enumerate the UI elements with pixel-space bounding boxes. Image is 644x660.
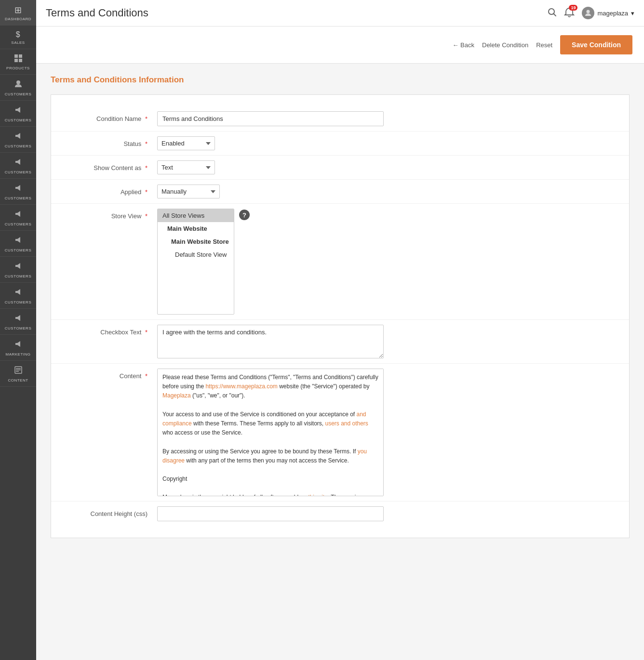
- section-title-text: Terms and Conditions: [51, 75, 139, 84]
- status-select[interactable]: Enabled Disabled: [157, 136, 215, 150]
- section-title: Terms and Conditions Information: [51, 75, 630, 85]
- sidebar-item-label: PRODUCTS: [6, 66, 30, 70]
- content-height-control: [157, 506, 619, 521]
- svg-point-4: [16, 80, 20, 84]
- store-view-label: Store View *: [61, 209, 157, 220]
- topbar: Terms and Conditions 19: [36, 0, 644, 26]
- checkbox-text-label: Checkbox Text *: [61, 325, 157, 336]
- show-content-select[interactable]: Text HTML: [157, 160, 215, 174]
- reset-button[interactable]: Reset: [536, 41, 552, 49]
- show-content-control: Text HTML: [157, 160, 619, 174]
- applied-select[interactable]: Manually Automatically: [157, 185, 220, 198]
- sidebar-item-customers-8[interactable]: CUSTOMERS: [0, 257, 36, 283]
- store-view-main-website-store[interactable]: Main Website Store: [158, 235, 234, 248]
- search-icon[interactable]: [547, 7, 557, 19]
- svg-rect-1: [19, 54, 22, 58]
- applied-control: Manually Automatically: [157, 185, 619, 198]
- status-label: Status *: [61, 136, 157, 147]
- page-content: Terms and Conditions Information Conditi…: [36, 64, 644, 660]
- sidebar-item-label: CUSTOMERS: [5, 170, 31, 174]
- content-label: Content *: [61, 369, 157, 380]
- sidebar-item-customers-10[interactable]: CUSTOMERS: [0, 309, 36, 335]
- sidebar-item-customers-3[interactable]: CUSTOMERS: [0, 127, 36, 153]
- status-row: Status * Enabled Disabled: [51, 132, 629, 156]
- sidebar-item-label: CUSTOMERS: [5, 248, 31, 252]
- required-star: *: [145, 115, 148, 122]
- show-content-label: Show Content as *: [61, 160, 157, 172]
- svg-rect-3: [19, 59, 22, 62]
- sidebar-item-sales[interactable]: $ SALES: [0, 26, 36, 49]
- store-view-list[interactable]: All Store Views Main Website Main Websit…: [157, 209, 234, 315]
- sidebar-item-customers-4[interactable]: CUSTOMERS: [0, 153, 36, 179]
- sidebar-item-marketing[interactable]: MARKETING: [0, 335, 36, 361]
- avatar: [582, 7, 594, 19]
- sidebar-item-customers-5[interactable]: CUSTOMERS: [0, 179, 36, 205]
- sidebar-item-label: MARKETING: [5, 352, 30, 356]
- store-view-help-icon[interactable]: ?: [239, 210, 250, 220]
- user-menu[interactable]: mageplaza ▾: [582, 7, 634, 19]
- checkbox-text-input[interactable]: I agree with the terms and conditions.: [157, 325, 384, 358]
- megaphone-icon-8: [14, 288, 23, 299]
- form-section: Condition Name * Status * Enabled Disabl…: [51, 94, 630, 538]
- sidebar-item-label: CONTENT: [8, 378, 28, 383]
- required-star: *: [145, 140, 148, 147]
- notification-bell[interactable]: 19: [564, 7, 575, 19]
- megaphone-icon-3: [14, 158, 23, 169]
- megaphone-icon-6: [14, 236, 23, 247]
- sidebar-item-customers-2[interactable]: CUSTOMERS: [0, 101, 36, 127]
- delete-condition-button[interactable]: Delete Condition: [482, 41, 528, 49]
- sidebar-item-label: CUSTOMERS: [5, 118, 31, 122]
- store-view-main-website[interactable]: Main Website: [158, 222, 234, 235]
- content-height-input[interactable]: [157, 506, 384, 521]
- required-star: *: [145, 329, 148, 336]
- back-button[interactable]: ← Back: [452, 41, 474, 49]
- checkbox-text-control: I agree with the terms and conditions.: [157, 325, 619, 358]
- save-condition-button[interactable]: Save Condition: [560, 35, 632, 54]
- required-star: *: [145, 188, 148, 196]
- sidebar-item-customers-9[interactable]: CUSTOMERS: [0, 283, 36, 309]
- svg-line-20: [554, 13, 556, 16]
- sidebar-item-label: CUSTOMERS: [5, 274, 31, 278]
- dashboard-icon: ⊞: [14, 5, 22, 15]
- applied-label: Applied *: [61, 185, 157, 196]
- username-label: mageplaza: [597, 10, 628, 17]
- content-height-row: Content Height (css): [51, 502, 629, 526]
- svg-marker-14: [15, 341, 20, 347]
- megaphone-icon-2: [14, 132, 23, 143]
- svg-rect-16: [16, 368, 21, 369]
- sidebar-item-label: CUSTOMERS: [5, 196, 31, 200]
- sidebar-item-dashboard[interactable]: ⊞ DASHBOARD: [0, 0, 36, 26]
- svg-marker-10: [15, 237, 20, 243]
- sidebar-item-customers-1[interactable]: CUSTOMERS: [0, 75, 36, 101]
- content-height-label: Content Height (css): [61, 506, 157, 517]
- sidebar-item-customers-7[interactable]: CUSTOMERS: [0, 231, 36, 257]
- svg-marker-13: [15, 315, 20, 321]
- sidebar-item-label: DASHBOARD: [5, 17, 31, 21]
- sidebar-item-products[interactable]: PRODUCTS: [0, 49, 36, 75]
- sidebar-item-customers-6[interactable]: CUSTOMERS: [0, 205, 36, 231]
- svg-rect-0: [14, 54, 18, 58]
- svg-marker-5: [15, 107, 20, 113]
- condition-name-input[interactable]: [157, 111, 384, 126]
- store-view-all[interactable]: All Store Views: [158, 209, 234, 222]
- svg-point-21: [587, 10, 590, 13]
- sidebar-item-content[interactable]: CONTENT: [0, 361, 36, 387]
- required-star: *: [145, 372, 148, 380]
- svg-marker-7: [15, 159, 20, 165]
- content-row: Content * Please read these Terms and Co…: [51, 364, 629, 502]
- condition-name-row: Condition Name *: [51, 106, 629, 132]
- sidebar-item-label: CUSTOMERS: [5, 92, 31, 96]
- sidebar-item-label: CUSTOMERS: [5, 222, 31, 226]
- megaphone-icon-1: [14, 106, 23, 117]
- megaphone-icon-5: [14, 210, 23, 221]
- content-area[interactable]: Please read these Terms and Conditions (…: [157, 369, 384, 496]
- action-bar: ← Back Delete Condition Reset Save Condi…: [36, 26, 644, 64]
- store-view-default[interactable]: Default Store View: [158, 248, 234, 261]
- content-control: Please read these Terms and Conditions (…: [157, 369, 619, 496]
- applied-row: Applied * Manually Automatically: [51, 180, 629, 204]
- topbar-right: 19 mageplaza ▾: [547, 7, 634, 19]
- sidebar-item-label: SALES: [11, 40, 25, 45]
- checkbox-text-row: Checkbox Text * I agree with the terms a…: [51, 320, 629, 364]
- megaphone-icon-7: [14, 262, 23, 273]
- sales-icon: $: [16, 30, 20, 39]
